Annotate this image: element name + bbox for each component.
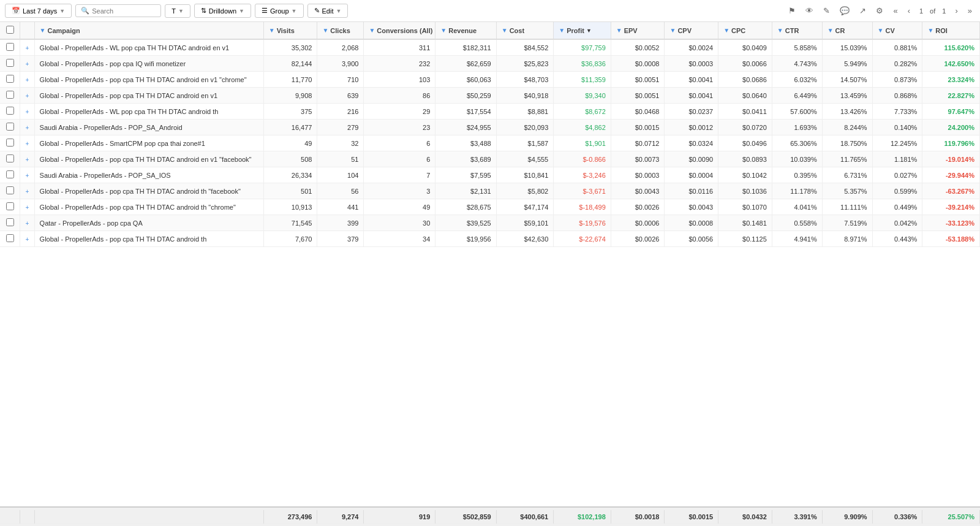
row-expand-cell[interactable]: + [20,88,34,104]
row-expand-cell[interactable]: + [20,72,34,88]
share-button[interactable]: ↗ [856,4,869,17]
row-expand-button[interactable]: + [26,61,29,67]
search-box[interactable]: 🔍 [75,4,161,17]
cv-header[interactable]: ▼ CV [872,22,922,39]
row-expand-button[interactable]: + [26,236,29,243]
prev-prev-button[interactable]: « [890,4,900,17]
drilldown-button[interactable]: ⇅ Drilldown ▼ [194,4,251,18]
row-checkbox[interactable] [6,75,14,83]
comment-button[interactable]: 💬 [837,4,853,17]
row-checkbox-cell[interactable] [0,231,20,247]
row-checkbox-cell[interactable] [0,215,20,231]
row-expand-button[interactable]: + [26,124,29,131]
search-input[interactable] [92,7,156,15]
row-cpc: $0.0640 [718,88,772,104]
row-checkbox-cell[interactable] [0,72,20,88]
row-checkbox[interactable] [6,154,14,162]
roi-header[interactable]: ▼ ROI [922,22,980,39]
cost-header[interactable]: ▼ Cost [496,22,554,39]
row-checkbox-cell[interactable] [0,120,20,135]
cpv-header[interactable]: ▼ CPV [665,22,718,39]
row-checkbox-cell[interactable] [0,167,20,183]
t-dropdown-icon: ▼ [178,8,184,14]
row-cr: 11.765% [822,151,872,167]
row-expand-button[interactable]: + [26,93,29,99]
row-checkbox-cell[interactable] [0,183,20,199]
prev-button[interactable]: ‹ [905,4,913,17]
row-checkbox-cell[interactable] [0,135,20,151]
row-expand-button[interactable]: + [26,109,29,115]
row-roi: -53.188% [922,231,980,247]
row-cv: 0.449% [872,199,922,215]
row-ctr: 11.178% [772,183,822,199]
row-expand-button[interactable]: + [26,188,29,195]
row-cost: $8,881 [496,104,554,120]
ctr-header[interactable]: ▼ CTR [772,22,822,39]
row-expand-button[interactable]: + [26,156,29,163]
settings-button[interactable]: ⚙ [873,4,886,17]
cpv-filter-icon: ▼ [669,27,676,34]
row-checkbox[interactable] [6,43,14,51]
row-expand-button[interactable]: + [26,140,29,147]
profit-sort-icon: ▼ [586,28,592,34]
conversions-header[interactable]: ▼ Conversions (All) [364,22,435,39]
row-expand-cell[interactable]: + [20,135,34,151]
row-checkbox[interactable] [6,91,14,99]
row-expand-cell[interactable]: + [20,215,34,231]
next-next-button[interactable]: » [965,4,975,17]
clicks-header[interactable]: ▼ Clicks [317,22,364,39]
row-revenue: $24,955 [435,120,496,135]
row-campaign: Global - PropellerAds - pop cpa TH TH DT… [34,88,263,104]
row-expand-cell[interactable]: + [20,151,34,167]
row-expand-cell[interactable]: + [20,56,34,72]
cr-header[interactable]: ▼ CR [822,22,872,39]
campaign-header[interactable]: ▼ Campaign [34,22,263,39]
row-checkbox[interactable] [6,107,14,115]
row-checkbox-cell[interactable] [0,56,20,72]
row-expand-cell[interactable]: + [20,183,34,199]
row-checkbox[interactable] [6,59,14,67]
row-roi: 119.796% [922,135,980,151]
row-checkbox[interactable] [6,218,14,226]
row-conversions: 232 [364,56,435,72]
row-checkbox-cell[interactable] [0,151,20,167]
row-expand-button[interactable]: + [26,220,29,227]
chart-button[interactable]: ✎ [820,4,833,17]
profit-header[interactable]: ▼ Profit ▼ [554,22,611,39]
row-expand-button[interactable]: + [26,204,29,211]
revenue-header[interactable]: ▼ Revenue [435,22,496,39]
row-checkbox-cell[interactable] [0,39,20,56]
row-expand-cell[interactable]: + [20,104,34,120]
row-checkbox[interactable] [6,234,14,242]
row-checkbox-cell[interactable] [0,88,20,104]
row-checkbox[interactable] [6,202,14,210]
t-button[interactable]: T ▼ [165,4,190,18]
row-clicks: 399 [317,215,364,231]
date-range-button[interactable]: 📅 Last 7 days ▼ [5,4,72,18]
row-expand-cell[interactable]: + [20,199,34,215]
edit-button[interactable]: ✎ Edit ▼ [307,4,349,18]
row-expand-cell[interactable]: + [20,120,34,135]
row-expand-button[interactable]: + [26,77,29,83]
row-checkbox[interactable] [6,170,14,178]
select-all-checkbox[interactable] [6,26,14,34]
row-expand-cell[interactable]: + [20,231,34,247]
data-table-container: ▼ Campaign ▼ Visits ▼ Clicks [0,22,980,506]
eye-button[interactable]: 👁 [802,4,816,17]
group-button[interactable]: ☰ Group ▼ [255,4,304,18]
visits-header[interactable]: ▼ Visits [263,22,317,39]
row-checkbox[interactable] [6,123,14,131]
select-all-header[interactable] [0,22,20,39]
cpc-header[interactable]: ▼ CPC [718,22,772,39]
row-expand-button[interactable]: + [26,45,29,51]
epv-header[interactable]: ▼ EPV [611,22,665,39]
row-checkbox[interactable] [6,186,14,194]
row-checkbox[interactable] [6,139,14,147]
next-button[interactable]: › [952,4,960,17]
row-expand-cell[interactable]: + [20,39,34,56]
flag-button[interactable]: ⚑ [785,4,799,17]
row-checkbox-cell[interactable] [0,104,20,120]
row-expand-button[interactable]: + [26,172,29,179]
row-checkbox-cell[interactable] [0,199,20,215]
row-expand-cell[interactable]: + [20,167,34,183]
